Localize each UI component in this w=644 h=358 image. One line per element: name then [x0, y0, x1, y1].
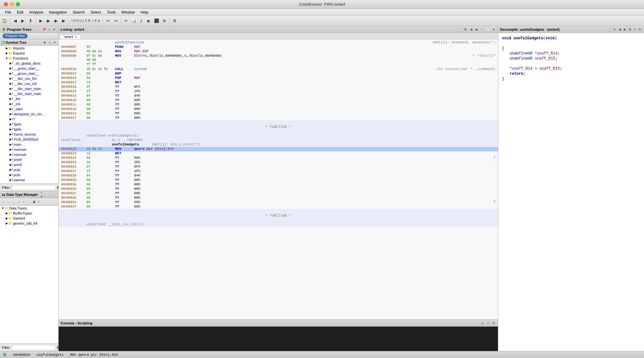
menu-search[interactable]: Search	[70, 10, 87, 15]
menu-select[interactable]: Select	[88, 10, 103, 15]
tb-disasm[interactable]: I X D U L F R ✓ E ⊕	[71, 17, 101, 24]
tree-item-func-init[interactable]: ▶ f _init	[0, 101, 58, 106]
code-view[interactable]: usefulFunction XREF[2]: 00400940, 00400a…	[59, 39, 498, 319]
tb-forward[interactable]: ▶	[19, 17, 26, 24]
filter2-input[interactable]	[12, 345, 55, 350]
tb-redo[interactable]: ↪	[112, 17, 119, 24]
func5-toggle[interactable]: ▶	[9, 87, 12, 90]
listing-tab-write4[interactable]: *write4 ✕	[60, 35, 80, 39]
tb-stop[interactable]: ⬛	[153, 17, 160, 24]
tree-item-func-memset2[interactable]: ▶ f memset	[0, 152, 58, 157]
dtm-tree-icon[interactable]: 🌲	[32, 200, 36, 204]
tb-back[interactable]: ◀	[12, 17, 19, 24]
pt-pin-icon[interactable]: 📌	[42, 27, 46, 32]
dtm-home-icon[interactable]: ⌂	[16, 200, 21, 204]
dc-close-icon[interactable]: ✕	[638, 27, 642, 32]
tree-item-func-dereg[interactable]: ▶ f deregister_tm_clo...	[0, 112, 58, 117]
exports-toggle[interactable]: ▶	[5, 52, 8, 55]
func-frame-toggle[interactable]: ▶	[9, 133, 12, 136]
dc-more-icon[interactable]: ≡	[633, 27, 637, 32]
dc-export-icon[interactable]: ⎘	[628, 27, 632, 32]
func-puts2-toggle[interactable]: ▶	[9, 173, 12, 176]
menu-help[interactable]: Help	[138, 10, 151, 15]
dc-forward-icon[interactable]: ▶	[622, 27, 627, 32]
write4-toggle[interactable]: ▶	[5, 217, 8, 220]
func4-toggle[interactable]: ▶	[9, 82, 12, 85]
tree-item-func-fun[interactable]: ▶ f FUN_004005c0	[0, 137, 58, 142]
tb-up[interactable]: ⬆	[27, 17, 34, 24]
tree-item-func-5[interactable]: ▶ f __libc_start_main	[0, 86, 58, 91]
tree-item-imports[interactable]: ▶ 📁 Imports	[0, 46, 58, 51]
tb-func[interactable]: ƒ	[138, 17, 145, 24]
imports-toggle[interactable]: ▶	[5, 47, 8, 50]
func-puts-toggle[interactable]: ▶	[9, 168, 12, 171]
close-button[interactable]	[4, 2, 8, 6]
tb-mem[interactable]: 📊	[130, 17, 137, 24]
dtm-settings-icon[interactable]: ≡	[39, 190, 44, 195]
func1-toggle[interactable]: ▶	[9, 67, 12, 70]
func-main-toggle[interactable]: ▶	[9, 143, 12, 146]
st-close-icon[interactable]: ✕	[53, 40, 57, 45]
dtm-item-write4[interactable]: ▶ 📁 Gwrite4	[0, 216, 58, 221]
gclib-toggle[interactable]: ▶	[5, 222, 8, 225]
tree-item-func-fgets2[interactable]: ▶ f fgets	[0, 127, 58, 132]
tb-undo[interactable]: ↩	[105, 17, 112, 24]
func3-toggle[interactable]: ▶	[9, 77, 12, 80]
func-memset-toggle[interactable]: ▶	[9, 148, 12, 151]
maximize-button[interactable]	[16, 2, 20, 6]
filter-input[interactable]	[12, 185, 55, 190]
func-printf-toggle[interactable]: ▶	[9, 158, 12, 161]
listing-copy-icon[interactable]: ⎘	[463, 27, 467, 32]
st-settings-icon[interactable]: ≡	[48, 40, 52, 45]
console-close-icon[interactable]: ✕	[492, 321, 496, 325]
dc-refresh-icon[interactable]: ↻	[612, 27, 617, 32]
tree-item-func-fini[interactable]: ▶ f _fini	[0, 96, 58, 101]
tree-item-func-printf2[interactable]: ▶ f printf	[0, 162, 58, 167]
func-dereg-toggle[interactable]: ▶	[9, 112, 12, 116]
func-fini-toggle[interactable]: ▶	[9, 97, 12, 100]
menu-analysis[interactable]: Analysis	[27, 10, 46, 15]
func-fgets-toggle[interactable]: ▶	[9, 123, 12, 126]
console-settings-icon[interactable]: ≡	[486, 321, 490, 325]
tree-item-func-1[interactable]: ▶ f __gmon_start__	[0, 66, 58, 71]
tb-edit[interactable]: ✏	[123, 17, 130, 24]
dtm-tree-view[interactable]: ▼ 📁 Data Types ▶ 📁 BuiltInTypes ▶ 📁 Gwri…	[0, 206, 58, 343]
tree-item-func-start[interactable]: ▶ f _start	[0, 106, 58, 112]
dtm-item-gclib[interactable]: ▶ 📁 generic_clib_64	[0, 221, 58, 226]
tb-run[interactable]: ▶	[145, 17, 152, 24]
console-lock-icon[interactable]: 🔒	[480, 321, 485, 325]
tree-item-func-0[interactable]: ▶ f _do_global_dtors	[0, 61, 58, 66]
func2-toggle[interactable]: ▶	[9, 72, 12, 75]
tree-item-func-fgets[interactable]: ▶ f fgets	[0, 122, 58, 127]
decompile-view[interactable]: void usefulGadgets(void) { undefined8 *u…	[498, 33, 644, 351]
tree-item-func-3[interactable]: ▶ f __libc_csu_fini	[0, 76, 58, 81]
tree-item-func-6[interactable]: ▶ f __libc_start_main	[0, 91, 58, 96]
listing-maximize-icon[interactable]: ⬜	[486, 27, 490, 32]
tree-item-func-main[interactable]: ▶ f main	[0, 142, 58, 147]
tree-item-exports[interactable]: ▶ 📁 Exports	[0, 51, 58, 56]
listing-snap-icon[interactable]: 📋	[457, 27, 462, 32]
listing-prev-icon[interactable]: ◀	[469, 27, 473, 32]
menu-edit[interactable]: Edit	[14, 10, 26, 15]
tree-item-func-f[interactable]: ▶ f f	[0, 117, 58, 122]
tb-step2[interactable]: ▶	[45, 17, 52, 24]
pt-settings-icon[interactable]: ≡	[47, 27, 51, 32]
datatypes-toggle[interactable]: ▼	[1, 207, 4, 210]
tree-item-func-frame[interactable]: ▶ f frame_dummy	[0, 132, 58, 137]
tb-step3[interactable]: ▶	[53, 17, 60, 24]
pt-close-icon[interactable]: ✕	[52, 27, 56, 32]
listing-close-icon[interactable]: ✕	[492, 27, 496, 32]
dtm-add-icon[interactable]: +	[22, 200, 26, 204]
dtm-item-builtins[interactable]: ▶ 📁 BuiltInTypes	[0, 211, 58, 216]
tree-item-functions[interactable]: ▼ 📁 Functions	[0, 56, 58, 61]
tree-item-func-2[interactable]: ▶ f __gmon_start__	[0, 71, 58, 76]
tree-item-func-puts[interactable]: ▶ f puts	[0, 167, 58, 172]
func-f-toggle[interactable]: ▶	[9, 118, 12, 121]
tb-more[interactable]: ⊕	[161, 17, 168, 24]
func-printf2-toggle[interactable]: ▶	[9, 163, 12, 166]
builtins-toggle[interactable]: ▶	[5, 212, 8, 215]
func6-toggle[interactable]: ▶	[9, 92, 12, 95]
dtm-forward-icon[interactable]: →	[6, 200, 11, 204]
menu-file[interactable]: File	[3, 10, 14, 15]
func-fun-toggle[interactable]: ▶	[9, 138, 12, 141]
